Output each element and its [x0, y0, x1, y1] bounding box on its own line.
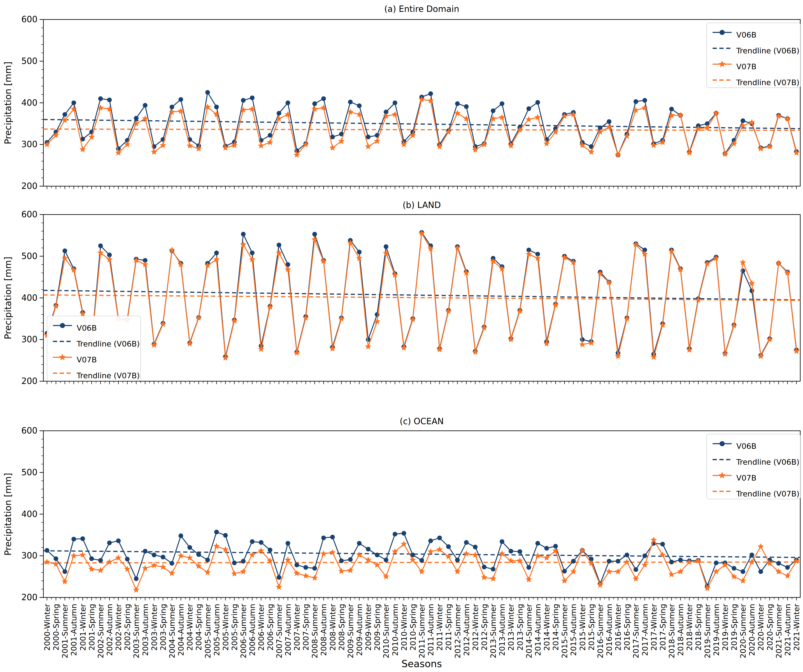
data-point-v06b	[482, 565, 486, 569]
data-point-v07b	[401, 345, 407, 351]
x-tick-label: 2009-Winter	[364, 604, 372, 651]
x-tick-label: 2018-Winter	[685, 604, 694, 651]
data-point-v07b	[80, 552, 86, 558]
data-point-v06b	[214, 105, 219, 109]
data-point-v06b	[366, 135, 371, 139]
panel-b-ylabel: Precipitation [mm]	[3, 257, 13, 339]
data-point-v06b	[607, 559, 611, 563]
data-point-v06b	[500, 539, 504, 544]
data-point-v06b	[642, 98, 647, 103]
data-point-v07b	[365, 143, 372, 149]
data-point-v06b	[437, 535, 442, 540]
precipitation-figure: 200300400500600 200300400500600 20030040…	[0, 0, 803, 672]
x-tick-label: 2000-Winter	[43, 604, 52, 651]
y-tick-label: 400	[21, 98, 37, 107]
data-point-v07b	[579, 341, 585, 347]
data-point-v07b	[62, 578, 68, 584]
x-tick-label: 2002-Autumn	[105, 604, 114, 656]
data-point-v07b	[258, 142, 264, 148]
data-point-v07b	[588, 149, 595, 155]
x-tick-label: 2002-Spring	[123, 604, 132, 651]
x-tick-label: 2014-Autumn	[533, 604, 542, 656]
data-point-v06b	[419, 558, 424, 563]
data-point-v07b	[526, 576, 532, 582]
y-tick-label: 200	[21, 592, 37, 602]
data-point-v07b	[151, 149, 157, 155]
data-point-v07b	[472, 146, 479, 153]
y-tick-label: 200	[21, 181, 37, 191]
data-point-v06b	[241, 98, 245, 103]
x-tick-label: 2005-Spring	[230, 604, 239, 651]
x-tick-label: 2013-Spring	[516, 604, 524, 651]
data-point-v07b	[757, 543, 764, 549]
x-tick-label: 2006-Summer	[239, 604, 248, 659]
x-tick-label: 2008-Autumn	[319, 604, 328, 656]
x-tick-label: 2014-Spring	[551, 604, 560, 651]
data-point-v06b	[223, 533, 228, 538]
data-point-v06b	[375, 553, 379, 557]
legend-item-trend-v07b: Trendline (V07B)	[736, 490, 800, 498]
data-point-v06b	[143, 103, 148, 107]
data-point-v06b	[607, 119, 611, 124]
data-point-v06b	[98, 244, 103, 248]
data-point-v06b	[749, 553, 754, 557]
y-tick-label: 300	[21, 334, 37, 344]
data-point-v06b	[544, 546, 549, 551]
data-point-v07b	[222, 355, 229, 361]
data-point-v07b	[793, 558, 800, 564]
y-tick-label: 500	[21, 251, 37, 261]
x-tick-label: 2012-Summer	[453, 604, 462, 659]
x-tick-label: 2001-Winter	[78, 604, 87, 651]
panel-b-title: (b) LAND	[403, 200, 441, 210]
y-tick-label: 600	[21, 15, 37, 24]
x-tick-label: 2008-Summer	[310, 604, 319, 659]
data-point-v07b	[285, 556, 291, 563]
x-tick-label: 2017-Autumn	[640, 604, 649, 656]
data-point-v07b	[686, 150, 692, 156]
data-point-v07b	[472, 348, 479, 355]
x-tick-label: 2007-Spring	[301, 604, 310, 651]
data-point-v07b	[552, 129, 559, 135]
data-point-v07b	[436, 346, 443, 352]
legend-item-v07b: V07B	[736, 62, 756, 71]
data-point-v06b	[179, 534, 183, 538]
x-tick-label: 2019-Spring	[730, 604, 738, 651]
data-point-v06b	[428, 91, 433, 96]
data-point-v06b	[312, 566, 317, 571]
data-point-v06b	[348, 100, 353, 104]
data-point-v06b	[169, 561, 174, 566]
x-tick-label: 2008-Winter	[328, 604, 337, 651]
x-tick-label: 2003-Winter	[150, 604, 159, 651]
data-point-v06b	[134, 576, 138, 581]
x-tick-label: 2017-Spring	[658, 604, 667, 651]
x-tick-label: 2010-Summer	[382, 604, 390, 659]
data-point-v07b	[178, 552, 184, 558]
data-point-v06b	[393, 532, 397, 537]
data-point-v06b	[250, 251, 254, 255]
data-point-v06b	[277, 243, 281, 247]
x-tick-label: 2005-Autumn	[212, 604, 221, 656]
x-tick-label: 2009-Summer	[346, 604, 355, 659]
data-point-v06b	[214, 530, 219, 534]
legend-item-trend-v06b: Trendline (V06B)	[736, 46, 800, 55]
data-point-v06b	[491, 109, 496, 113]
data-point-v06b	[624, 553, 629, 557]
x-tick-label: 2014-Winter	[542, 604, 551, 651]
panel-land-plot: 200300400500600	[21, 210, 800, 386]
data-point-v07b	[294, 350, 300, 356]
data-point-v07b	[757, 145, 764, 151]
x-tick-label: 2002-Summer	[96, 604, 105, 659]
data-point-v06b	[464, 104, 469, 109]
x-tick-label: 2000-Spring	[52, 604, 60, 651]
x-tick-label: 2019-Summer	[703, 604, 712, 659]
data-point-v07b	[793, 150, 800, 156]
data-point-v06b	[758, 569, 763, 574]
data-point-v07b	[240, 568, 247, 574]
data-point-v06b	[294, 563, 299, 567]
data-point-v07b	[526, 116, 532, 122]
legend-item-v06b: V06B	[736, 442, 756, 451]
legend-item-trend-v07b: Trendline (V07B)	[736, 78, 800, 87]
data-point-v06b	[384, 244, 388, 249]
y-tick-label: 500	[21, 467, 37, 477]
x-tick-label: 2010-Spring	[409, 604, 417, 651]
